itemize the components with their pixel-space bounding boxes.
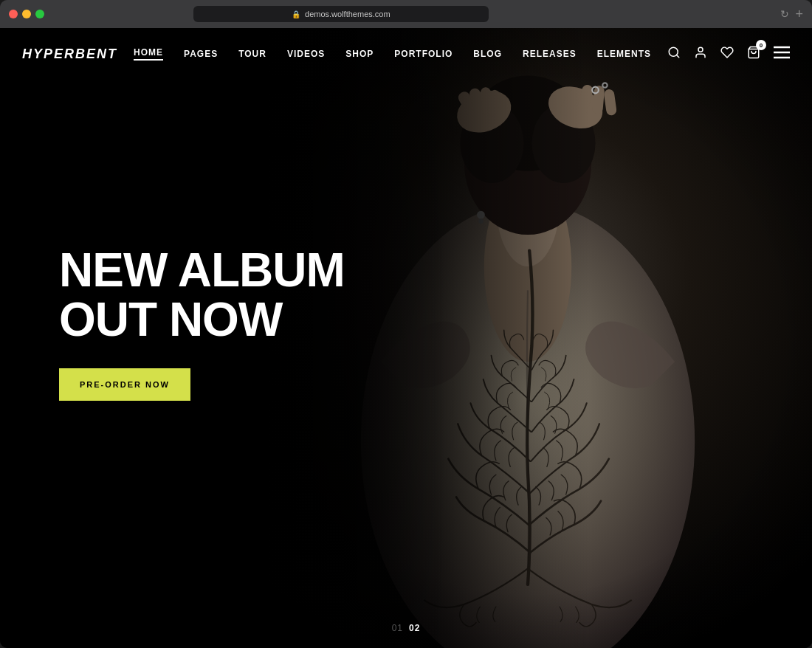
traffic-lights: [9, 10, 44, 18]
nav-item-videos[interactable]: VIDEOS: [287, 49, 325, 59]
pagination-current: 02: [409, 623, 420, 633]
lock-icon: 🔒: [292, 10, 300, 18]
hero-title: NEW ALBUM OUT NOW: [59, 246, 345, 345]
nav-item-shop[interactable]: SHOP: [345, 49, 374, 59]
pagination: 01 02: [392, 623, 421, 633]
hero-content: NEW ALBUM OUT NOW PRE-ORDER NOW: [0, 246, 345, 430]
browser-window: 🔒 demos.wolfthemes.com ↻ + HYPERBENT HOM…: [0, 0, 812, 648]
website-content: HYPERBENT HOME PAGES TOUR VIDEOS SHOP PO…: [0, 28, 812, 648]
pre-order-button[interactable]: PRE-ORDER NOW: [59, 368, 190, 401]
search-icon[interactable]: [667, 46, 681, 62]
address-bar[interactable]: 🔒 demos.wolfthemes.com: [193, 6, 489, 22]
close-button[interactable]: [9, 10, 18, 18]
nav-item-elements[interactable]: ELEMENTS: [597, 49, 651, 59]
new-tab-button[interactable]: +: [795, 7, 803, 21]
maximize-button[interactable]: [35, 10, 44, 18]
nav-item-blog[interactable]: BLOG: [473, 49, 502, 59]
nav-item-pages[interactable]: PAGES: [184, 49, 218, 59]
user-icon[interactable]: [694, 46, 707, 62]
nav-icons: 0: [667, 46, 790, 62]
url-text: demos.wolfthemes.com: [305, 10, 390, 18]
menu-icon[interactable]: [774, 46, 790, 62]
cart-icon[interactable]: 0: [747, 46, 760, 62]
pagination-prev: 01: [392, 623, 403, 633]
browser-titlebar: 🔒 demos.wolfthemes.com ↻ +: [0, 0, 812, 28]
nav-item-portfolio[interactable]: PORTFOLIO: [394, 49, 453, 59]
wishlist-icon[interactable]: [720, 46, 734, 62]
nav-menu: HOME PAGES TOUR VIDEOS SHOP PORTFOLIO BL…: [134, 47, 651, 61]
refresh-button[interactable]: ↻: [780, 8, 789, 20]
minimize-button[interactable]: [22, 10, 31, 18]
site-logo[interactable]: HYPERBENT: [22, 46, 117, 62]
hero-section: NEW ALBUM OUT NOW PRE-ORDER NOW 01 02: [0, 28, 812, 648]
nav-item-tour[interactable]: TOUR: [238, 49, 266, 59]
navbar: HYPERBENT HOME PAGES TOUR VIDEOS SHOP PO…: [0, 28, 812, 80]
nav-item-releases[interactable]: RELEASES: [523, 49, 577, 59]
svg-line-1: [676, 55, 678, 57]
cart-count: 0: [756, 40, 766, 50]
svg-point-2: [698, 47, 703, 52]
nav-item-home[interactable]: HOME: [134, 47, 163, 61]
